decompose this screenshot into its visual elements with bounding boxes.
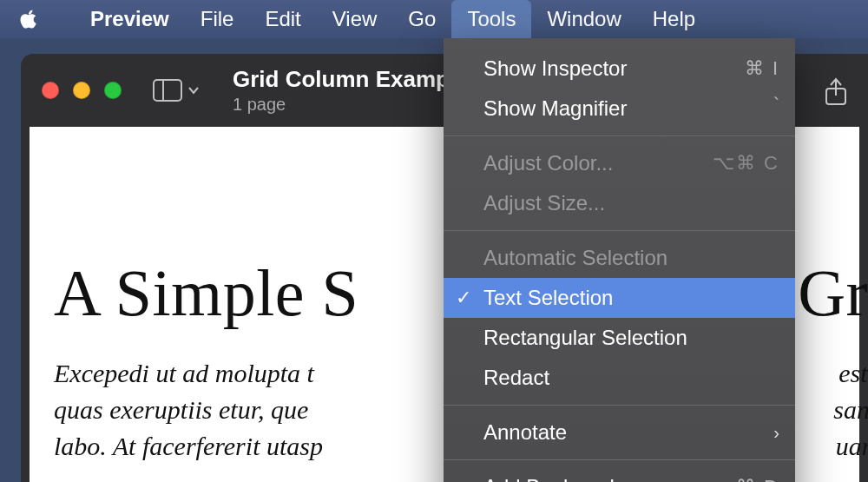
menu-show-magnifier[interactable]: Show Magnifier ` (444, 89, 795, 129)
menu-rectangular-selection[interactable]: Rectangular Selection (444, 318, 795, 358)
menu-redact[interactable]: Redact (444, 358, 795, 398)
minimize-button[interactable] (73, 82, 90, 99)
menu-item-label: Annotate (483, 420, 567, 445)
share-button[interactable] (823, 76, 849, 111)
para-line3-right: uam. (836, 428, 868, 465)
shortcut-label: ⌘ D (736, 476, 779, 482)
para-line1-left: Excepedi ut ad molupta t (54, 355, 314, 392)
menu-separator (444, 459, 795, 460)
zoom-button[interactable] (104, 82, 122, 99)
document-info: Grid Column Exampl 1 page (233, 66, 456, 115)
menu-help[interactable]: Help (637, 0, 711, 38)
document-title: Grid Column Exampl (233, 66, 456, 93)
menu-adjust-size: Adjust Size... (444, 183, 795, 223)
menu-separator (444, 230, 795, 231)
para-line2-right: sanis (827, 392, 868, 428)
menu-text-selection[interactable]: ✓ Text Selection (444, 278, 795, 318)
menu-show-inspector[interactable]: Show Inspector ⌘ I (444, 49, 795, 89)
chevron-right-icon: › (773, 423, 779, 443)
menu-separator (444, 135, 795, 136)
menu-item-label: Show Inspector (483, 56, 627, 81)
menu-file[interactable]: File (185, 0, 250, 38)
menu-window[interactable]: Window (531, 0, 636, 38)
menu-item-label: Redact (483, 366, 549, 390)
menu-tools[interactable]: Tools (451, 0, 531, 38)
share-icon (823, 76, 849, 108)
svg-rect-0 (154, 80, 181, 101)
menu-annotate[interactable]: Annotate › (444, 413, 795, 452)
tools-dropdown: Show Inspector ⌘ I Show Magnifier ` Adju… (444, 38, 795, 482)
menu-go[interactable]: Go (392, 0, 451, 38)
menu-item-label: Add Bookmark (483, 475, 620, 482)
shortcut-label: ` (773, 94, 779, 116)
document-subtitle: 1 page (233, 95, 456, 115)
menu-app-name[interactable]: Preview (75, 0, 185, 38)
shortcut-label: ⌘ I (745, 57, 779, 80)
menu-adjust-color: Adjust Color... ⌥⌘ C (444, 143, 795, 183)
sidebar-toggle-button[interactable] (153, 79, 200, 102)
apple-logo-icon[interactable] (19, 8, 42, 30)
menu-item-label: Adjust Size... (483, 191, 605, 215)
menu-item-label: Text Selection (483, 286, 613, 310)
menu-edit[interactable]: Edit (249, 0, 316, 38)
menu-item-label: Automatic Selection (483, 246, 667, 270)
heading-right: Gri (798, 255, 868, 331)
sidebar-icon (153, 79, 182, 102)
para-line1-right: est a (832, 355, 868, 392)
heading-left: A Simple S (54, 255, 358, 331)
para-line2-left: quas exeruptiis etur, que (54, 392, 315, 428)
menu-add-bookmark[interactable]: Add Bookmark ⌘ D (444, 467, 795, 482)
menu-view[interactable]: View (317, 0, 393, 38)
close-button[interactable] (42, 82, 59, 99)
traffic-lights (42, 82, 122, 99)
para-line3-left: labo. At facerfererit utasp (54, 428, 323, 465)
menu-automatic-selection: Automatic Selection (444, 238, 795, 278)
checkmark-icon: ✓ (456, 287, 471, 309)
menu-items: Preview File Edit View Go Tools Window H… (75, 0, 711, 38)
menu-item-label: Rectangular Selection (483, 326, 687, 350)
menubar: Preview File Edit View Go Tools Window H… (0, 0, 868, 38)
menu-separator (444, 405, 795, 406)
chevron-down-icon (187, 86, 200, 95)
menu-item-label: Adjust Color... (483, 151, 613, 175)
shortcut-label: ⌥⌘ C (713, 152, 779, 175)
menu-item-label: Show Magnifier (483, 96, 627, 121)
